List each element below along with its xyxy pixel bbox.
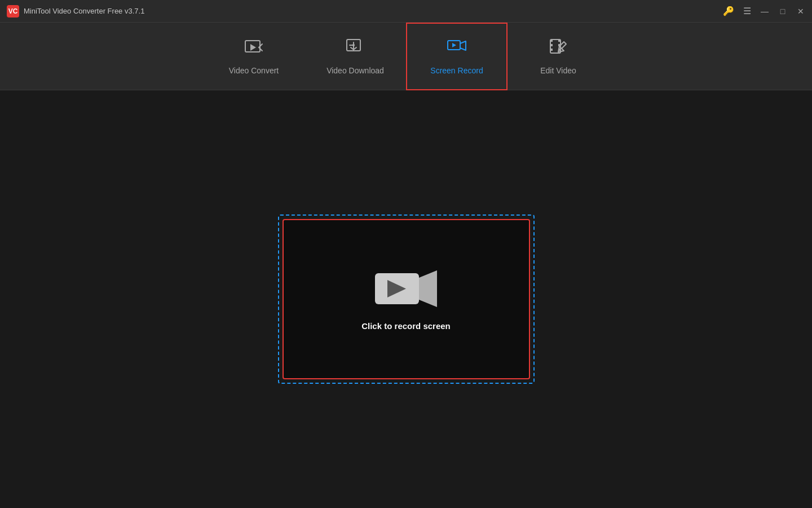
svg-rect-5 bbox=[550, 40, 553, 42]
app-logo: VC bbox=[7, 5, 19, 17]
tab-screen-record-label: Screen Record bbox=[430, 66, 483, 75]
close-button[interactable]: ✕ bbox=[796, 7, 805, 16]
title-bar: VC MiniTool Video Converter Free v3.7.1 … bbox=[0, 0, 812, 23]
edit-video-icon bbox=[548, 37, 568, 60]
tab-edit-video[interactable]: Edit Video bbox=[508, 23, 609, 90]
tab-video-convert-label: Video Convert bbox=[229, 66, 279, 75]
tab-screen-record[interactable]: Screen Record bbox=[406, 23, 508, 90]
screen-record-icon bbox=[447, 37, 467, 60]
menu-icon[interactable]: ☰ bbox=[743, 6, 751, 16]
key-icon[interactable]: 🔑 bbox=[723, 6, 734, 16]
maximize-button[interactable]: □ bbox=[778, 7, 787, 16]
record-area-button[interactable]: Click to record screen bbox=[283, 219, 530, 379]
title-bar-left: VC MiniTool Video Converter Free v3.7.1 bbox=[7, 5, 144, 17]
main-content: Click to record screen bbox=[0, 90, 812, 508]
camera-record-icon bbox=[375, 268, 437, 310]
app-title: MiniTool Video Converter Free v3.7.1 bbox=[24, 7, 144, 15]
svg-marker-13 bbox=[419, 270, 437, 307]
nav-tabs: Video Convert Video Download Scree bbox=[0, 23, 812, 90]
tab-video-convert[interactable]: Video Convert bbox=[203, 23, 304, 90]
svg-point-2 bbox=[352, 44, 355, 46]
record-area-outer: Click to record screen bbox=[278, 214, 535, 384]
svg-rect-8 bbox=[558, 40, 561, 42]
title-bar-controls: 🔑 ☰ — □ ✕ bbox=[723, 6, 805, 16]
svg-rect-6 bbox=[550, 44, 553, 46]
video-download-icon bbox=[345, 37, 365, 60]
video-convert-icon bbox=[244, 37, 264, 60]
tab-video-download-label: Video Download bbox=[326, 66, 384, 75]
svg-rect-7 bbox=[550, 49, 553, 51]
record-label: Click to record screen bbox=[361, 321, 451, 331]
tab-edit-video-label: Edit Video bbox=[540, 66, 576, 75]
tab-video-download[interactable]: Video Download bbox=[304, 23, 406, 90]
minimize-button[interactable]: — bbox=[760, 7, 769, 16]
